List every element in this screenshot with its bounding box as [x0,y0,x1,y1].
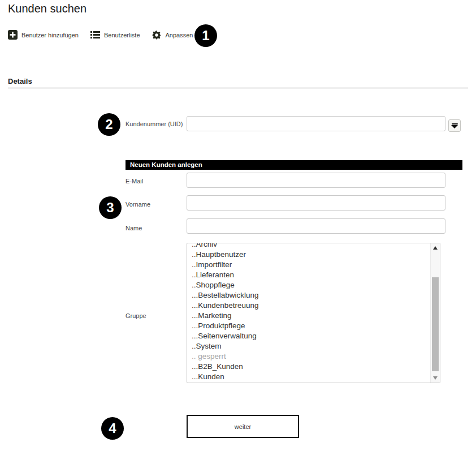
gear-icon [152,30,162,40]
list-item[interactable]: ...Produktpflege [187,321,430,331]
add-user-button[interactable]: Benutzer hinzufügen [8,30,79,40]
list-item-disabled[interactable]: .. gesperrt [187,351,430,362]
scroll-down-button[interactable] [431,374,440,383]
list-item[interactable]: ..Lieferanten [187,270,430,280]
customer-number-input[interactable] [187,116,445,131]
list-item[interactable]: ...Kundenbetreuung [187,301,430,311]
list-icon [90,30,100,40]
chevron-down-icon [451,125,458,128]
last-name-field[interactable] [187,218,445,234]
step-badge-2: 2 [98,113,120,136]
section-header: Neuen Kunden anlegen [126,160,462,170]
list-item[interactable]: ...B2B_Kunden [187,362,430,372]
add-user-label: Benutzer hinzufügen [21,32,79,38]
last-name-label: Name [126,225,142,231]
scroll-up-button[interactable] [431,243,440,252]
email-label: E-Mail [126,178,143,184]
toolbar: Benutzer hinzufügen Benutzerliste Anpass… [8,30,193,40]
list-item[interactable]: ...Kunden [187,372,430,382]
list-item[interactable]: ...Marketing [187,311,430,321]
details-divider [8,88,468,88]
customer-number-dropdown-button[interactable] [448,119,461,132]
customer-number-label: Kundenummer (UID) [126,121,183,127]
weiter-button[interactable]: weiter [187,415,299,438]
email-field[interactable] [187,173,445,188]
details-heading: Details [8,77,32,85]
scrollbar-thumb[interactable] [432,277,439,371]
first-name-field[interactable] [187,195,445,211]
list-item[interactable]: ..System [187,341,430,351]
list-item[interactable]: ...Bestellabwicklung [187,290,430,301]
group-listbox[interactable]: ..Archiv ..Hauptbenutzer ..Importfilter … [187,243,440,383]
user-list-label: Benutzerliste [104,32,140,38]
step-badge-1: 1 [194,24,217,47]
user-list-button[interactable]: Benutzerliste [90,30,140,40]
list-item[interactable]: ...Seitenverwaltung [187,331,430,341]
triangle-down-icon [433,376,438,380]
triangle-up-icon [433,246,438,250]
list-item[interactable]: ..Archiv [187,243,430,250]
step-badge-3: 3 [99,196,122,219]
first-name-label: Vorname [126,201,150,208]
customize-label: Anpassen [166,32,193,38]
dropdown-arrow-bar [452,123,458,125]
customize-button[interactable]: Anpassen [152,30,193,40]
list-item[interactable]: ..Importfilter [187,260,430,270]
plus-square-icon [8,30,18,40]
kunden-suchen-page: Kunden suchen Benutzer hinzufügen Benut [0,0,476,455]
list-item[interactable]: ..Shoppflege [187,280,430,290]
page-title: Kunden suchen [8,2,86,15]
step-badge-4: 4 [101,417,124,440]
list-item[interactable]: ..Hauptbenutzer [187,250,430,260]
scrollbar[interactable] [430,243,440,383]
group-label: Gruppe [126,312,146,319]
group-options: ..Archiv ..Hauptbenutzer ..Importfilter … [187,243,430,382]
